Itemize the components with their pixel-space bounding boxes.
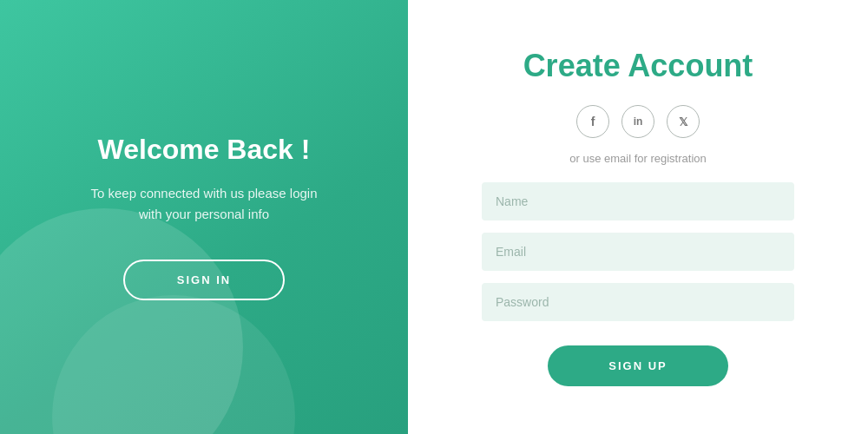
left-panel: Welcome Back ! To keep connected with us… — [0, 0, 408, 434]
sign-up-button[interactable]: SIGN UP — [548, 345, 727, 386]
social-icons-group: f in 𝕏 — [576, 105, 700, 138]
left-content: Welcome Back ! To keep connected with us… — [90, 134, 317, 300]
or-registration-text: or use email for registration — [569, 152, 707, 165]
create-account-title: Create Account — [523, 48, 753, 84]
password-input[interactable] — [482, 283, 794, 321]
sign-in-button[interactable]: SIGN IN — [123, 260, 285, 300]
name-input[interactable] — [482, 182, 794, 220]
welcome-description: To keep connected with us please loginwi… — [90, 183, 317, 225]
welcome-title: Welcome Back ! — [90, 134, 317, 166]
linkedin-icon[interactable]: in — [621, 105, 654, 138]
twitter-icon[interactable]: 𝕏 — [667, 105, 700, 138]
facebook-icon[interactable]: f — [576, 105, 609, 138]
email-input[interactable] — [482, 233, 794, 271]
right-panel: Create Account f in 𝕏 or use email for r… — [408, 0, 868, 434]
